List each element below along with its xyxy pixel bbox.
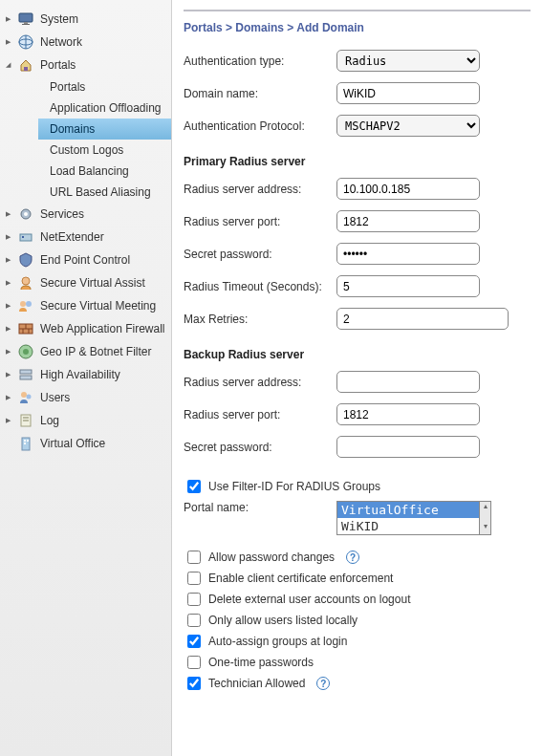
retries-label: Max Retries: (184, 313, 336, 326)
sidebar-label: Network (40, 35, 82, 49)
sidebar-item-system[interactable]: System (0, 8, 171, 31)
timeout-input[interactable] (336, 275, 480, 297)
globe-icon (17, 33, 34, 51)
auth-type-label: Authentication type: (184, 54, 336, 68)
clientcert-label: Enable client certificate enforcement (208, 572, 393, 585)
help-icon[interactable]: ? (346, 551, 359, 564)
svg-point-25 (27, 395, 32, 400)
chevron-right-icon (4, 38, 11, 46)
sidebar-sub-domains[interactable]: Domains (38, 119, 171, 140)
otp-checkbox[interactable] (187, 656, 201, 669)
chevron-right-icon (4, 348, 11, 356)
retries-input[interactable] (336, 308, 509, 330)
domain-name-label: Domain name: (184, 87, 336, 100)
p-addr-input[interactable] (336, 178, 480, 200)
svg-point-13 (20, 301, 26, 307)
pwchange-label: Allow password changes (208, 551, 335, 564)
sidebar-sub-customlogos[interactable]: Custom Logos (38, 140, 171, 161)
sidebar-item-waf[interactable]: Web Application Firewall (0, 317, 171, 340)
filterid-label: Use Filter-ID For RADIUS Groups (208, 480, 380, 493)
sidebar-label: NetExtender (40, 230, 104, 244)
onlylisted-checkbox[interactable] (187, 614, 201, 627)
autogroups-checkbox[interactable] (187, 635, 201, 648)
sidebar-label: Services (40, 207, 84, 221)
sidebar-item-svm[interactable]: Secure Virtual Meeting (0, 294, 171, 317)
pwchange-checkbox[interactable] (187, 551, 201, 564)
p-port-label: Radius server port: (184, 215, 336, 228)
sidebar-label: Secure Virtual Assist (40, 276, 145, 290)
sidebar: System Network Portals Portals Applicati… (0, 0, 172, 756)
sidebar-sub-urlaliasing[interactable]: URL Based Aliasing (38, 182, 171, 203)
portal-option-wikid[interactable]: WiKID (337, 518, 479, 534)
primary-radius-header: Primary Radius server (184, 147, 531, 178)
scroll-down-icon[interactable]: ▾ (480, 522, 490, 534)
sidebar-item-network[interactable]: Network (0, 31, 171, 54)
filterid-checkbox[interactable] (187, 480, 201, 493)
help-icon[interactable]: ? (316, 677, 330, 690)
sidebar-item-endpoint[interactable]: End Point Control (0, 248, 171, 271)
sidebar-item-ha[interactable]: High Availability (0, 363, 171, 386)
house-group-icon (17, 56, 34, 74)
globe-filter-icon (17, 343, 34, 360)
chevron-right-icon (4, 256, 11, 264)
technician-label: Technician Allowed (208, 677, 305, 690)
sidebar-item-log[interactable]: Log (0, 409, 171, 432)
chevron-right-icon (4, 279, 11, 287)
monitor-icon (17, 11, 34, 28)
deleteext-checkbox[interactable] (187, 593, 201, 606)
chevron-right-icon (4, 302, 11, 310)
auth-proto-select[interactable]: MSCHAPV2 (336, 115, 480, 137)
sidebar-sub-appoffloading[interactable]: Application Offloading (38, 97, 171, 119)
b-secret-label: Secret password: (184, 441, 336, 454)
main-content: Portals > Domains > Add Domain Authentic… (172, 0, 542, 756)
portal-name-listbox[interactable]: VirtualOffice WiKID (336, 501, 480, 535)
svg-rect-30 (24, 440, 26, 442)
chevron-right-icon (4, 325, 11, 333)
sidebar-item-geoip[interactable]: Geo IP & Botnet Filter (0, 340, 171, 363)
sidebar-item-portals[interactable]: Portals (0, 54, 171, 76)
sidebar-label: Log (40, 414, 59, 427)
b-port-input[interactable] (336, 403, 480, 425)
sidebar-item-users[interactable]: Users (0, 386, 171, 409)
sidebar-label: Web Application Firewall (40, 322, 165, 335)
sidebar-item-virtualoffice[interactable]: Virtual Office (0, 432, 171, 455)
p-port-input[interactable] (336, 210, 480, 232)
sidebar-item-netextender[interactable]: NetExtender (0, 226, 171, 248)
sidebar-item-services[interactable]: Services (0, 203, 171, 226)
portal-name-label: Portal name: (184, 501, 336, 514)
sidebar-label: System (40, 12, 78, 26)
otp-label: One-time passwords (208, 656, 314, 669)
backup-radius-header: Backup Radius server (184, 340, 531, 371)
technician-checkbox[interactable] (187, 677, 201, 690)
b-addr-input[interactable] (336, 371, 480, 393)
chevron-right-icon (4, 233, 11, 241)
gear-icon (17, 205, 34, 223)
servers-icon (17, 366, 34, 383)
sidebar-label: Portals (40, 58, 76, 72)
svg-rect-11 (22, 236, 24, 238)
b-secret-input[interactable] (336, 436, 480, 458)
spacer-icon (4, 440, 11, 447)
clientcert-checkbox[interactable] (187, 572, 201, 585)
sidebar-sub-portals[interactable]: Portals (38, 76, 171, 97)
building-icon (17, 435, 34, 452)
p-secret-input[interactable] (336, 243, 480, 265)
svg-point-12 (22, 277, 30, 285)
p-secret-label: Secret password: (184, 248, 336, 261)
autogroups-label: Auto-assign groups at login (208, 635, 347, 648)
portal-option-virtualoffice[interactable]: VirtualOffice (337, 502, 479, 518)
auth-type-select[interactable]: Radius (336, 50, 480, 72)
svg-rect-31 (27, 440, 29, 442)
sidebar-label: Users (40, 391, 70, 404)
sidebar-item-sva[interactable]: Secure Virtual Assist (0, 271, 171, 294)
sidebar-label: Secure Virtual Meeting (40, 299, 156, 313)
timeout-label: Radius Timeout (Seconds): (184, 280, 336, 293)
scroll-up-icon[interactable]: ▴ (480, 502, 490, 514)
sidebar-label: High Availability (40, 368, 120, 381)
sidebar-sub-loadbalancing[interactable]: Load Balancing (38, 161, 171, 182)
svg-rect-7 (24, 67, 28, 71)
domain-name-input[interactable] (336, 82, 480, 104)
sidebar-label: Virtual Office (40, 437, 105, 450)
network-box-icon (17, 228, 34, 246)
svg-rect-22 (20, 370, 32, 374)
